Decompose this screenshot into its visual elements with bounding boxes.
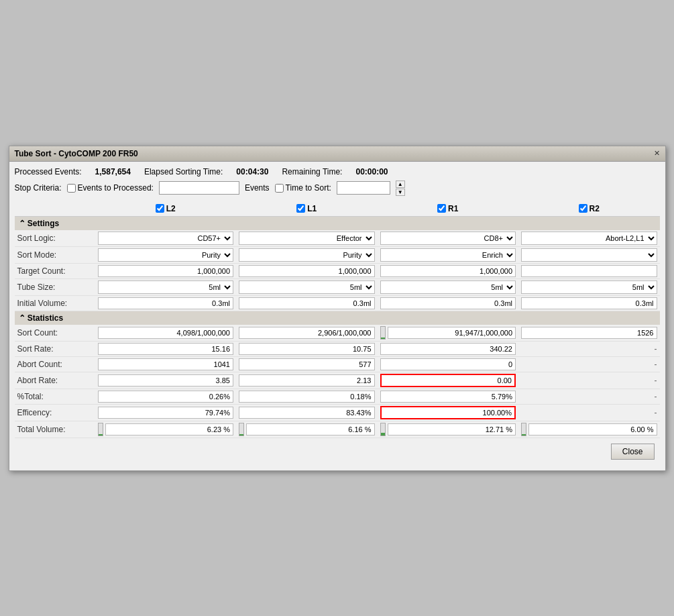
target-count-col1-input[interactable] xyxy=(98,265,234,277)
sort-logic-col3-cell: CD8+ xyxy=(378,230,519,247)
sort-mode-col1-select[interactable]: Purity xyxy=(98,248,234,262)
target-count-col3-input[interactable] xyxy=(380,265,516,277)
target-count-col2-input[interactable] xyxy=(239,265,375,277)
sort-count-col1-input[interactable] xyxy=(98,327,234,339)
col-l2-checkbox[interactable] xyxy=(156,204,164,213)
tube-size-col4-cell: 5ml xyxy=(518,278,660,295)
sort-count-col3-input[interactable] xyxy=(388,327,516,339)
percent-total-row: %Total: - xyxy=(15,389,660,404)
abort-count-col3-input[interactable] xyxy=(380,358,516,370)
sort-rate-label: Sort Rate: xyxy=(15,341,95,356)
tube-size-col4-select[interactable]: 5ml xyxy=(521,280,657,294)
settings-section-header: ⌃ Settings xyxy=(15,216,660,230)
efficency-row: Efficency: - xyxy=(15,404,660,421)
abort-rate-col3-input[interactable] xyxy=(380,374,516,387)
percent-total-col3-input[interactable] xyxy=(380,391,516,403)
abort-count-col3-cell xyxy=(378,356,519,372)
sort-count-col3-bar xyxy=(380,326,386,340)
time-up-arrow[interactable]: ▲ xyxy=(396,181,405,188)
target-count-col4-input[interactable] xyxy=(521,265,657,277)
tube-size-col1-select[interactable]: 5ml xyxy=(98,280,234,294)
abort-rate-col4-cell: - xyxy=(518,372,660,389)
total-volume-col4-cell xyxy=(518,421,660,438)
events-to-processed-label: Events to Processed: xyxy=(78,183,154,193)
col-r2-checkbox[interactable] xyxy=(579,204,587,213)
total-volume-row: Total Volume: xyxy=(15,421,660,438)
time-down-arrow[interactable]: ▼ xyxy=(396,189,405,196)
abort-count-col1-cell xyxy=(95,356,237,372)
total-volume-col1-input[interactable] xyxy=(105,423,234,435)
elapsed-label: Elapsed Sorting Time: xyxy=(144,167,223,176)
sort-mode-col2-select[interactable]: Purity xyxy=(239,248,375,262)
sort-mode-col3-select[interactable]: Enrich xyxy=(380,248,516,262)
content-area: Processed Events: 1,587,654 Elapsed Sort… xyxy=(9,162,665,470)
target-count-row: Target Count: xyxy=(15,263,660,278)
abort-rate-col2-input[interactable] xyxy=(239,374,375,387)
sort-rate-col1-input[interactable] xyxy=(98,343,234,355)
efficency-label: Efficency: xyxy=(15,404,95,421)
target-count-col1-cell xyxy=(95,263,237,278)
sort-rate-col2-input[interactable] xyxy=(239,343,375,355)
sort-count-label: Sort Count: xyxy=(15,325,95,342)
sort-mode-col4-select[interactable] xyxy=(521,248,657,262)
percent-total-col4-cell: - xyxy=(518,389,660,404)
close-button[interactable]: Close xyxy=(611,444,655,460)
total-volume-col2-input[interactable] xyxy=(246,423,375,435)
abort-rate-label: Abort Rate: xyxy=(15,372,95,389)
statistics-section-label: Statistics xyxy=(27,313,63,323)
initial-volume-col3-cell xyxy=(378,295,519,311)
time-to-sort-input[interactable] xyxy=(337,181,390,195)
sort-count-row: Sort Count: xyxy=(15,325,660,342)
settings-collapse-icon[interactable]: ⌃ xyxy=(19,219,27,228)
processed-events-label: Processed Events: xyxy=(15,167,82,176)
statistics-collapse-icon[interactable]: ⌃ xyxy=(19,313,27,323)
window-title: Tube Sort - CytoCOMP 200 FR50 xyxy=(15,149,138,158)
events-to-processed-checkbox-label[interactable]: Events to Processed: xyxy=(67,183,154,193)
col-l2-header: L2 xyxy=(95,201,237,217)
efficency-col3-input[interactable] xyxy=(380,406,516,419)
sort-mode-label: Sort Mode: xyxy=(15,246,95,263)
initial-volume-col4-input[interactable] xyxy=(521,297,657,309)
total-volume-col4-bar xyxy=(521,423,526,436)
tube-size-col2-select[interactable]: 5ml xyxy=(239,280,375,294)
initial-volume-col1-cell xyxy=(95,295,237,311)
time-to-sort-checkbox[interactable] xyxy=(275,184,284,193)
abort-rate-col1-input[interactable] xyxy=(98,374,234,387)
abort-count-col1-input[interactable] xyxy=(98,358,234,370)
events-to-processed-checkbox[interactable] xyxy=(67,184,76,193)
percent-total-col1-input[interactable] xyxy=(98,391,234,403)
time-to-sort-checkbox-label[interactable]: Time to Sort: xyxy=(275,183,331,193)
tube-size-col3-select[interactable]: 5ml xyxy=(380,280,516,294)
abort-rate-col1-cell xyxy=(95,372,237,389)
total-volume-col4-input[interactable] xyxy=(528,423,657,435)
sort-rate-col3-input[interactable] xyxy=(380,343,516,355)
initial-volume-col2-input[interactable] xyxy=(239,297,375,309)
efficency-col1-cell xyxy=(95,404,237,421)
total-volume-col1-bar xyxy=(98,423,103,436)
main-table: L2 L1 R1 xyxy=(15,201,660,438)
sort-logic-label: Sort Logic: xyxy=(15,230,95,247)
initial-volume-col2-cell xyxy=(236,295,378,311)
col-l1-checkbox[interactable] xyxy=(296,204,305,213)
sort-count-col4-input[interactable] xyxy=(521,327,657,339)
total-volume-col3-input[interactable] xyxy=(388,423,516,435)
sort-logic-col4-select[interactable]: Abort-L2,L1 xyxy=(521,232,657,245)
tube-size-col1-cell: 5ml xyxy=(95,278,237,295)
percent-total-col2-input[interactable] xyxy=(239,391,375,403)
abort-rate-col2-cell xyxy=(236,372,378,389)
sort-logic-col1-select[interactable]: CD57+ xyxy=(98,232,234,245)
sort-logic-col2-select[interactable]: Effector xyxy=(239,232,375,245)
abort-count-col2-input[interactable] xyxy=(239,358,375,370)
efficency-col1-input[interactable] xyxy=(98,407,234,419)
sort-logic-col2-cell: Effector xyxy=(236,230,378,247)
col-r1-checkbox[interactable] xyxy=(437,204,446,213)
events-to-processed-input[interactable] xyxy=(159,181,239,195)
close-icon[interactable]: ✕ xyxy=(654,149,660,158)
sort-logic-col3-select[interactable]: CD8+ xyxy=(380,232,516,245)
initial-volume-col1-input[interactable] xyxy=(98,297,234,309)
initial-volume-col3-input[interactable] xyxy=(380,297,516,309)
abort-count-col2-cell xyxy=(236,356,378,372)
sort-count-col2-input[interactable] xyxy=(239,327,375,339)
elapsed-value: 00:04:30 xyxy=(236,167,268,176)
efficency-col2-input[interactable] xyxy=(239,407,375,419)
